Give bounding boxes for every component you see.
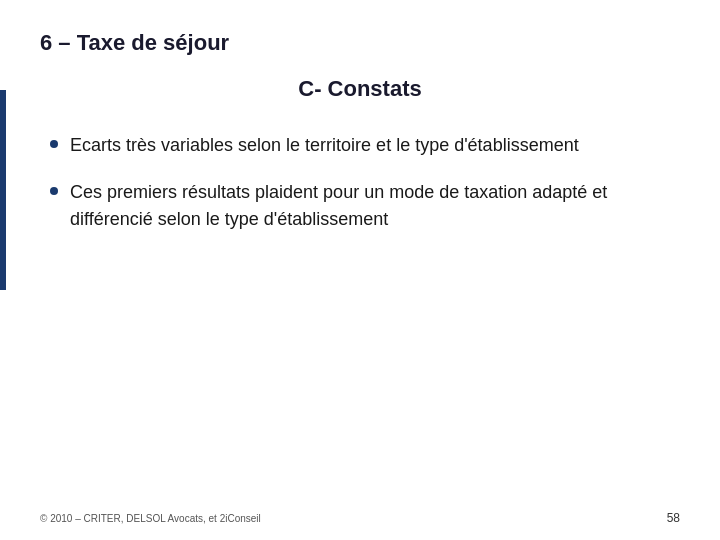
bullet-text-1: Ecarts très variables selon le territoir… [70, 132, 579, 159]
bullet-dot-2 [50, 187, 58, 195]
slide-title: 6 – Taxe de séjour [40, 30, 680, 56]
bullet-dot-1 [50, 140, 58, 148]
bullet-item-1: Ecarts très variables selon le territoir… [50, 132, 670, 159]
footer-page-number: 58 [667, 511, 680, 525]
section-title-container: C- Constats [40, 76, 680, 102]
left-accent-bar [0, 90, 6, 290]
slide-container: 6 – Taxe de séjour C- Constats Ecarts tr… [0, 0, 720, 540]
bullet-item-2: Ces premiers résultats plaident pour un … [50, 179, 670, 233]
section-title: C- Constats [298, 76, 421, 102]
bullet-text-2: Ces premiers résultats plaident pour un … [70, 179, 670, 233]
footer-copyright: © 2010 – CRITER, DELSOL Avocats, et 2iCo… [40, 513, 261, 524]
footer: © 2010 – CRITER, DELSOL Avocats, et 2iCo… [40, 511, 680, 525]
content-area: Ecarts très variables selon le territoir… [40, 132, 680, 510]
